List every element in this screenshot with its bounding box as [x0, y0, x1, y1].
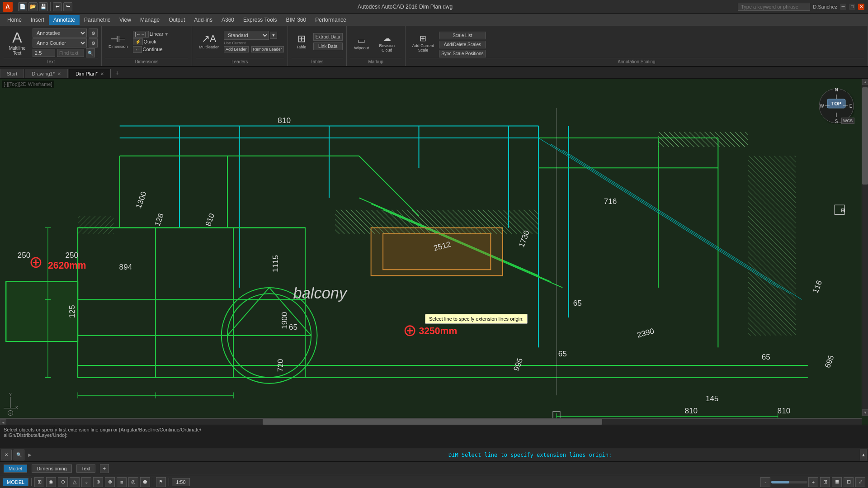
menu-a360[interactable]: A360	[217, 15, 239, 25]
workspace-btn[interactable]: ⊞	[820, 477, 830, 487]
extract-data-btn[interactable]: Extract Data	[313, 33, 343, 41]
font-settings-btn[interactable]: ⚙	[89, 38, 98, 47]
revision-cloud-btn[interactable]: ☁ Revision Cloud	[376, 30, 398, 57]
properties-btn[interactable]: ≣	[832, 477, 842, 487]
save-btn[interactable]: 💾	[39, 2, 48, 11]
tab-dimplan-close[interactable]: ✕	[100, 71, 104, 76]
linear-dropdown-arrow[interactable]: ▼	[164, 32, 169, 37]
scrollbar-vertical[interactable]: ▲ ▼	[862, 79, 868, 416]
menu-bim360[interactable]: BIM 360	[282, 15, 311, 25]
snap-btn[interactable]: ◉	[46, 477, 56, 487]
add-leader-btn[interactable]: Add Leader	[224, 46, 249, 52]
dimension-btn[interactable]: ⊣⊢ Dimension	[105, 28, 131, 55]
leader-style-btn[interactable]: ▼	[270, 32, 277, 39]
sync-scale-btn[interactable]: Sync Scale Positions	[439, 50, 486, 57]
cmd-cancel-btn[interactable]: ✕	[1, 450, 12, 460]
table-btn[interactable]: ⊞ Table	[292, 28, 311, 55]
svg-text:3250mm: 3250mm	[419, 326, 458, 336]
multileader-btn[interactable]: ↗A Multileader	[196, 28, 222, 55]
cmd-dropdown-btn[interactable]: ▲	[860, 450, 867, 460]
redo-btn[interactable]: ↪	[63, 2, 72, 11]
text-group: A Multiline Text Annotative ⚙ Anno Couri…	[0, 26, 102, 66]
cmd-search-btn[interactable]: 🔍	[14, 450, 24, 460]
ducs-btn[interactable]: ⊗	[105, 477, 115, 487]
scroll-down-btn[interactable]: ▼	[862, 409, 868, 416]
wipeout-btn[interactable]: ▭ Wipeout	[350, 30, 373, 57]
text-style-settings-btn[interactable]: ⚙	[89, 28, 98, 38]
menu-performance[interactable]: Performance	[311, 15, 351, 25]
nav-cube[interactable]: N E S W TOP WCS	[814, 83, 854, 124]
tab-text[interactable]: Text	[76, 464, 95, 473]
maximize-btn[interactable]: □	[849, 4, 855, 10]
scroll-up-btn[interactable]: ▲	[862, 79, 868, 85]
model-btn[interactable]: MODEL	[3, 478, 28, 486]
remove-leader-btn[interactable]: Remove Leader	[251, 46, 284, 52]
quick-btn[interactable]: ⚡	[133, 38, 143, 45]
menu-output[interactable]: Output	[164, 15, 189, 25]
scale-btn[interactable]: 1:50	[172, 478, 189, 486]
menu-manage[interactable]: Manage	[136, 15, 164, 25]
cmd-input[interactable]	[34, 450, 447, 460]
add-scale-label: Add Current Scale	[412, 43, 434, 52]
text-style-dropdown[interactable]: Annotative	[33, 28, 87, 38]
continue-btn[interactable]: ↔	[133, 46, 142, 53]
scale-list-btn[interactable]: Scale List	[439, 32, 486, 39]
lineweight-btn[interactable]: ≡	[117, 477, 127, 487]
menu-annotate[interactable]: Annotate	[49, 15, 80, 25]
menu-parametric[interactable]: Parametric	[80, 15, 115, 25]
scroll-left-btn[interactable]: ◄	[0, 419, 6, 425]
ortho-btn[interactable]: ⊙	[58, 477, 68, 487]
linear-btn[interactable]: |←→|	[133, 31, 149, 38]
tab-add-btn[interactable]: +	[112, 67, 123, 78]
menu-home[interactable]: Home	[3, 15, 26, 25]
undo-btn[interactable]: ↩	[53, 2, 62, 11]
zoom-out-btn[interactable]: -	[760, 477, 770, 487]
osnap-btn[interactable]: ⬦	[81, 477, 91, 487]
menu-express[interactable]: Express Tools	[239, 15, 281, 25]
new-btn[interactable]: 📄	[18, 2, 27, 11]
tab-start[interactable]: Start	[0, 69, 24, 78]
menu-view[interactable]: View	[115, 15, 136, 25]
open-btn[interactable]: 📂	[28, 2, 38, 11]
selection-btn[interactable]: ⬟	[140, 477, 150, 487]
transparency-btn[interactable]: ◎	[128, 477, 138, 487]
link-data-btn[interactable]: Link Data	[313, 43, 343, 50]
tab-dimensioning[interactable]: Dimensioning	[32, 464, 72, 473]
otrack-btn[interactable]: ⊕	[93, 477, 103, 487]
find-text-input[interactable]	[57, 49, 84, 57]
add-current-scale-btn[interactable]: ⊞ Add Current Scale	[409, 30, 438, 57]
svg-text:250: 250	[18, 251, 31, 260]
cmdline-history: Select objects or specify first extensio…	[0, 425, 868, 448]
svg-text:1115: 1115	[271, 255, 280, 272]
annotation-monitor-btn[interactable]: ⚑	[156, 477, 166, 487]
tab-drawing1-close[interactable]: ✕	[57, 71, 61, 76]
axis-x-btn[interactable]: ×	[8, 410, 13, 416]
close-btn[interactable]: ✕	[858, 4, 864, 10]
svg-rect-47	[335, 210, 538, 234]
menu-insert[interactable]: Insert	[26, 15, 49, 25]
menu-addins[interactable]: Add-ins	[189, 15, 217, 25]
fullscreen-btn[interactable]: ⤢	[855, 477, 865, 487]
polar-btn[interactable]: △	[70, 477, 80, 487]
add-delete-scales-btn[interactable]: Add/Delete Scales	[439, 41, 486, 48]
zoom-in-btn[interactable]: +	[808, 477, 818, 487]
grid-btn[interactable]: ⊞	[34, 477, 44, 487]
markup-group-label: Markup	[350, 58, 401, 64]
multiline-text-btn[interactable]: A Multiline Text	[4, 28, 31, 57]
find-btn[interactable]: 🔍	[86, 48, 95, 57]
text-size-input[interactable]	[33, 49, 55, 57]
search-input[interactable]	[738, 3, 810, 11]
minimize-btn[interactable]: ─	[840, 4, 846, 10]
add-layout-btn[interactable]: +	[100, 464, 109, 473]
font-dropdown[interactable]: Anno Courier	[33, 38, 87, 47]
zoom-slider[interactable]	[771, 481, 807, 483]
tab-dimplan[interactable]: Dim Plan* ✕	[69, 69, 111, 78]
svg-text:E: E	[849, 104, 853, 109]
linear-label: Linear	[150, 31, 164, 37]
scrollbar-horizontal[interactable]: ◄ ►	[0, 418, 862, 425]
leader-style-dropdown[interactable]: Standard	[224, 31, 269, 40]
tab-drawing1[interactable]: Drawing1* ✕	[25, 69, 68, 78]
tool-palettes-btn[interactable]: ⊡	[844, 477, 854, 487]
ribbon-toolbar: A Multiline Text Annotative ⚙ Anno Couri…	[0, 26, 868, 67]
tab-model[interactable]: Model	[4, 464, 27, 473]
